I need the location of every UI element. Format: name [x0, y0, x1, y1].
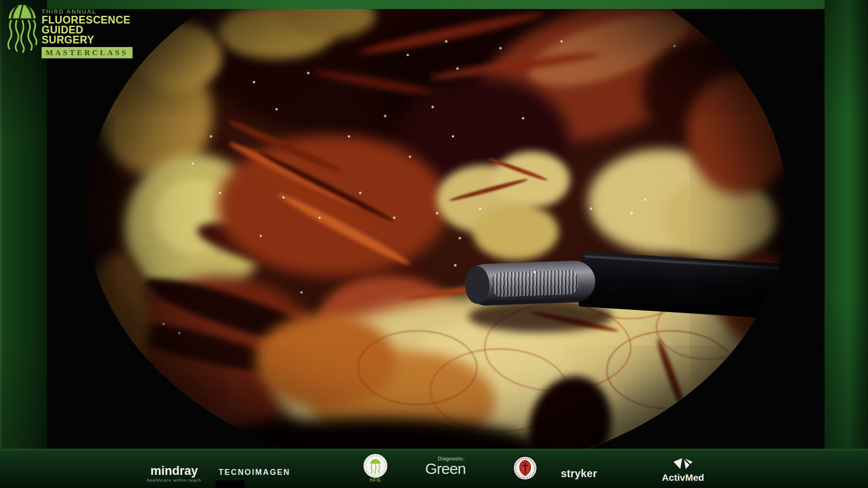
- frame-green-left: [0, 0, 47, 488]
- sponsor-tecnoimagen: TECNOIMAGEN: [213, 468, 296, 477]
- stream-frame: THIRD ANNUAL FLUORESCENCE GUIDED SURGERY…: [0, 0, 868, 488]
- event-title-line1: FLUORESCENCE: [42, 15, 133, 25]
- jellyfish-logo-icon: [5, 3, 40, 57]
- instrument-metal-tip: [464, 260, 596, 306]
- instrument-tip-texture: [492, 270, 579, 297]
- fat-vessel-ring: [357, 330, 478, 405]
- sponsor-mindray: mindray healthcare within reach: [136, 465, 213, 483]
- sponsor-crest-emblem-icon: [512, 455, 538, 481]
- event-logo-text: THIRD ANNUAL FLUORESCENCE GUIDED SURGERY…: [42, 8, 133, 58]
- tissue-left-rim-amber: [86, 253, 149, 384]
- activmed-wordmark: ActivMed: [651, 472, 715, 483]
- event-banner: MASTERCLASS: [42, 47, 133, 58]
- event-logo: THIRD ANNUAL FLUORESCENCE GUIDED SURGERY…: [4, 2, 126, 61]
- mindray-tagline: healthcare within reach: [136, 478, 213, 483]
- event-title-line2: GUIDED SURGERY: [42, 25, 133, 45]
- fat-center-cluster: [493, 152, 570, 208]
- frame-green-right: [825, 0, 868, 488]
- frame-green-top: [47, 0, 825, 9]
- tissue-right-rim-red: [688, 72, 787, 194]
- mindray-wordmark: mindray: [136, 465, 213, 477]
- activmed-icon: [673, 458, 693, 469]
- sponsor-bar: mindray healthcare within reach TECNOIMA…: [0, 449, 868, 488]
- diagnostic-green-wordmark: Green: [425, 461, 484, 476]
- sponsor-diagnostic-green: Diagnostic: Green: [425, 456, 484, 476]
- endoscope-view: [86, 9, 787, 450]
- fat-center-cluster: [473, 204, 559, 260]
- sponsor-hfg: hFG: [360, 454, 390, 483]
- bottom-edge-artifact: [216, 480, 245, 488]
- sponsor-activmed: ActivMed: [651, 458, 715, 483]
- video-viewport[interactable]: [47, 9, 825, 450]
- hfg-jellyfish-emblem-icon: [363, 454, 388, 478]
- fat-upper-left-highlight: [136, 23, 222, 90]
- sponsor-stryker: stryker: [550, 468, 608, 480]
